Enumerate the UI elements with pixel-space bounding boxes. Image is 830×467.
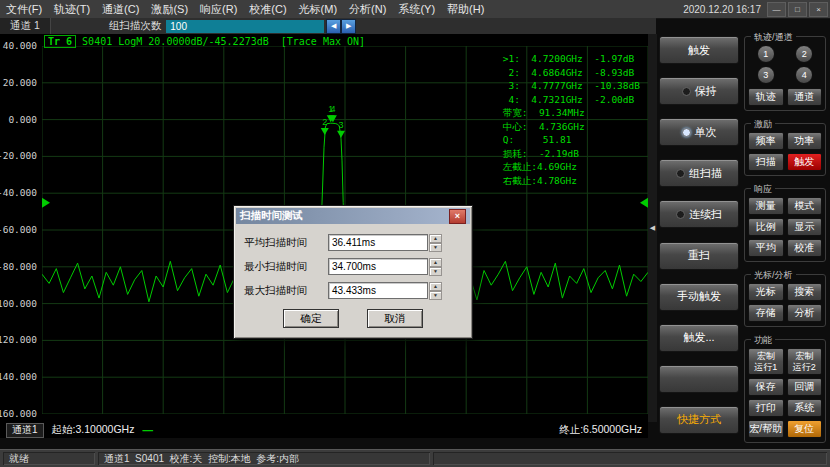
sweep-count-input[interactable]: 100 bbox=[166, 20, 324, 33]
channel-tab[interactable]: 通道 1 bbox=[0, 18, 51, 34]
softkey-blank[interactable] bbox=[659, 365, 739, 393]
key-macro-run1[interactable]: 宏制 运行1 bbox=[748, 348, 784, 375]
panel-collapse-handle[interactable]: ◀ bbox=[648, 34, 657, 422]
key-recall[interactable]: 回调 bbox=[787, 378, 823, 396]
key-measure[interactable]: 测量 bbox=[748, 197, 784, 215]
spinner-up-button[interactable]: ▲ bbox=[429, 282, 442, 291]
channel-4-button[interactable]: 4 bbox=[795, 66, 813, 84]
softkey-label: 保持 bbox=[695, 84, 717, 99]
stepper-right-icon[interactable]: ▶ bbox=[341, 19, 356, 34]
dialog-body: 平均扫描时间 36.411ms ▲ ▼ 最小扫描时间 34.700ms ▲ ▼ … bbox=[234, 226, 472, 338]
softkey-continuous[interactable]: 连续扫 bbox=[659, 200, 739, 228]
key-search[interactable]: 搜索 bbox=[787, 283, 823, 301]
status-empty-cell bbox=[433, 452, 827, 465]
key-marker[interactable]: 光标 bbox=[748, 283, 784, 301]
menu-item-system[interactable]: 系统(Y) bbox=[392, 0, 441, 18]
y-axis-tick-label: -120.000 bbox=[0, 334, 37, 345]
trace-id-badge[interactable]: Tr 6 bbox=[44, 35, 76, 48]
y-axis-tick-label: -80.000 bbox=[0, 261, 37, 272]
key-print[interactable]: 打印 bbox=[748, 399, 784, 417]
key-save-data[interactable]: 存储 bbox=[748, 304, 784, 322]
marker-readout-line: 损耗: -2.19dB bbox=[503, 147, 640, 161]
menu-item-stimulus[interactable]: 激励(S) bbox=[145, 0, 194, 18]
trace-info-text: S0401 LogM 20.0000dB/-45.2273dB [Trace M… bbox=[82, 36, 365, 47]
key-channel[interactable]: 通道 bbox=[787, 88, 823, 106]
menu-item-channel[interactable]: 通道(C) bbox=[96, 0, 145, 18]
radio-dot-icon bbox=[676, 169, 685, 178]
menu-item-analysis[interactable]: 分析(N) bbox=[343, 0, 392, 18]
channel-2-button[interactable]: 2 bbox=[795, 45, 813, 63]
key-system[interactable]: 系统 bbox=[787, 399, 823, 417]
y-axis-labels: 40.00020.0000.000-20.000-40.000-60.000-8… bbox=[0, 34, 40, 422]
spinner-down-button[interactable]: ▼ bbox=[429, 267, 442, 276]
key-analysis[interactable]: 分析 bbox=[787, 304, 823, 322]
group-marker-analysis: 光标/分析 光标 搜索 存储 分析 bbox=[744, 274, 826, 327]
key-preset[interactable]: 复位 bbox=[787, 420, 823, 438]
sweep-count-stepper: ◀ ▶ bbox=[326, 19, 356, 34]
ok-button[interactable]: 确定 bbox=[283, 309, 339, 328]
restore-button[interactable]: □ bbox=[788, 2, 807, 17]
clock: 2020.12.20 16:17 bbox=[683, 4, 761, 15]
softkey-label: 触发... bbox=[683, 330, 714, 345]
dialog-close-button[interactable]: × bbox=[449, 209, 466, 224]
spinner-down-button[interactable]: ▼ bbox=[429, 291, 442, 300]
key-display[interactable]: 显示 bbox=[787, 218, 823, 236]
group-title: 轨迹/通道 bbox=[751, 31, 796, 44]
softkey-label: 连续扫 bbox=[689, 207, 722, 222]
group-title: 激励 bbox=[751, 118, 775, 131]
channel-3-button[interactable]: 3 bbox=[757, 66, 775, 84]
softkey-manual-trigger[interactable]: 手动触发 bbox=[659, 283, 739, 311]
spinner-up-button[interactable]: ▲ bbox=[429, 258, 442, 267]
key-frequency[interactable]: 频率 bbox=[748, 132, 784, 150]
min-sweep-time-label: 最小扫描时间 bbox=[244, 260, 328, 274]
group-title: 功能 bbox=[751, 334, 775, 347]
key-power[interactable]: 功率 bbox=[787, 132, 823, 150]
avg-sweep-time-input[interactable]: 36.411ms bbox=[328, 234, 428, 251]
softkey-resweep[interactable]: 重扫 bbox=[659, 242, 739, 270]
menu-item-trace[interactable]: 轨迹(T) bbox=[48, 0, 96, 18]
softkey-trigger[interactable]: 触发 bbox=[659, 36, 739, 64]
menu-item-help[interactable]: 帮助(H) bbox=[441, 0, 490, 18]
menu-item-cal[interactable]: 校准(C) bbox=[243, 0, 292, 18]
softkey-single[interactable]: 单次 bbox=[659, 118, 739, 146]
key-mode[interactable]: 模式 bbox=[787, 197, 823, 215]
dialog-titlebar[interactable]: 扫描时间测试 × bbox=[236, 208, 470, 224]
marker-symbol[interactable] bbox=[337, 131, 345, 138]
key-scale[interactable]: 比例 bbox=[748, 218, 784, 236]
softkey-trigger-more[interactable]: 触发... bbox=[659, 324, 739, 352]
stepper-left-icon[interactable]: ◀ bbox=[326, 19, 341, 34]
key-trigger[interactable]: 触发 bbox=[787, 153, 823, 171]
spinner-down-button[interactable]: ▼ bbox=[429, 243, 442, 252]
close-button[interactable]: × bbox=[809, 2, 828, 17]
key-cal[interactable]: 校准 bbox=[787, 239, 823, 257]
menu-item-response[interactable]: 响应(R) bbox=[194, 0, 243, 18]
group-trace-channel: 轨迹/通道 1 2 3 4 轨迹 通道 bbox=[744, 36, 826, 111]
marker-readout-line: 带宽: 91.34MHz bbox=[503, 106, 640, 120]
marker-readout-line: 2: 4.6864GHz -8.93dB bbox=[503, 66, 640, 80]
marker-symbol[interactable] bbox=[321, 128, 329, 135]
avg-sweep-time-spinner: ▲ ▼ bbox=[429, 234, 442, 251]
key-macro-run2[interactable]: 宏制 运行2 bbox=[787, 348, 823, 375]
menu-item-marker[interactable]: 光标(M) bbox=[293, 0, 344, 18]
key-trace[interactable]: 轨迹 bbox=[748, 88, 784, 106]
marker-readout-panel: >1: 4.7200GHz -1.97dB 2: 4.6864GHz -8.93… bbox=[503, 52, 640, 187]
softkey-shortcut[interactable]: 快捷方式 bbox=[659, 406, 739, 434]
softkey-label: 手动触发 bbox=[677, 289, 721, 304]
menu-item-file[interactable]: 文件(F) bbox=[0, 0, 48, 18]
max-sweep-time-input[interactable]: 43.433ms bbox=[328, 282, 428, 299]
spinner-up-button[interactable]: ▲ bbox=[429, 234, 442, 243]
channel-1-button[interactable]: 1 bbox=[757, 45, 775, 63]
min-sweep-time-input[interactable]: 34.700ms bbox=[328, 258, 428, 275]
y-axis-tick-label: 20.000 bbox=[3, 77, 37, 88]
trace-legend-dash: — bbox=[142, 424, 153, 436]
key-macro-help[interactable]: 宏/帮助 bbox=[748, 420, 784, 438]
key-save[interactable]: 保存 bbox=[748, 378, 784, 396]
softkey-group-sweep[interactable]: 组扫描 bbox=[659, 159, 739, 187]
key-average[interactable]: 平均 bbox=[748, 239, 784, 257]
softkey-hold[interactable]: 保持 bbox=[659, 77, 739, 105]
minimize-button[interactable]: — bbox=[767, 2, 786, 17]
channel-toolbar: 通道 1 组扫描次数 100 ◀ ▶ bbox=[0, 18, 656, 35]
cancel-button[interactable]: 取消 bbox=[367, 309, 423, 328]
trace-header: Tr 6 S0401 LogM 20.0000dB/-45.2273dB [Tr… bbox=[44, 35, 365, 48]
key-sweep[interactable]: 扫描 bbox=[748, 153, 784, 171]
